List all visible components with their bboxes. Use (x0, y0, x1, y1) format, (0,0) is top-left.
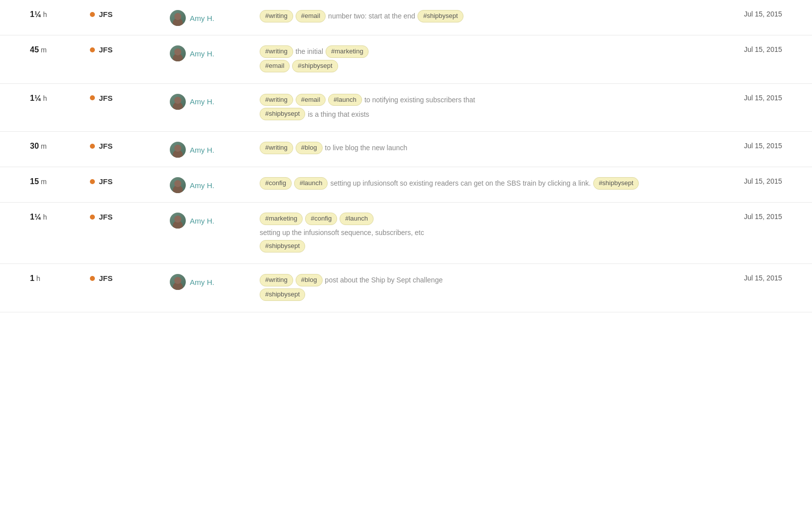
project-dot (90, 12, 95, 17)
duration-unit: h (41, 10, 47, 18)
avatar (170, 142, 186, 158)
project-cell: JFS (90, 9, 170, 18)
tag-marketing[interactable]: #marketing (260, 213, 303, 225)
description-cell: #writing the initial #marketing #email #… (260, 44, 702, 74)
tag-blog[interactable]: #blog (296, 142, 323, 154)
description-line: #writing #email number two: start at the… (260, 10, 702, 22)
date-value: Jul 15, 2015 (744, 45, 782, 53)
table-row: 15 m JFS Amy H. #config #launch setting … (0, 167, 812, 203)
tag-blog[interactable]: #blog (296, 274, 323, 286)
avatar (170, 94, 186, 110)
user-name[interactable]: Amy H. (190, 14, 214, 22)
description-line-3: #shipbysept (260, 240, 702, 252)
description-line: #marketing #config #launch (260, 213, 702, 225)
date-value: Jul 15, 2015 (744, 10, 782, 18)
duration-unit: h (41, 94, 47, 102)
tag-marketing[interactable]: #marketing (326, 45, 369, 58)
tag-shipbysept[interactable]: #shipbysept (260, 288, 305, 301)
project-name[interactable]: JFS (99, 10, 113, 18)
tag-email[interactable]: #email (296, 10, 326, 22)
desc-text: to notifying existing subscribers that (365, 94, 475, 105)
desc-text: setting up infusionsoft so existing read… (330, 178, 590, 189)
tag-shipbysept[interactable]: #shipbysept (593, 177, 639, 190)
project-name[interactable]: JFS (99, 213, 113, 221)
tag-writing[interactable]: #writing (260, 10, 293, 22)
user-name[interactable]: Amy H. (190, 278, 214, 286)
user-name[interactable]: Amy H. (190, 217, 214, 225)
duration-cell: 45 m (30, 44, 90, 54)
tag-writing[interactable]: #writing (260, 45, 293, 58)
date-value: Jul 15, 2015 (744, 213, 782, 221)
date-cell: Jul 15, 2015 (702, 141, 782, 150)
desc-text-2: is a thing that exists (308, 109, 369, 120)
duration-value: 15 (30, 177, 39, 186)
duration-value: 30 (30, 142, 39, 150)
user-name[interactable]: Amy H. (190, 181, 214, 190)
user-cell: Amy H. (170, 141, 260, 158)
date-value: Jul 15, 2015 (744, 274, 782, 282)
avatar (170, 45, 186, 61)
description-line-2: #shipbysept is a thing that exists (260, 108, 702, 120)
description-cell: #writing #blog to live blog the new laun… (260, 141, 702, 156)
project-dot (90, 144, 95, 149)
tag-email[interactable]: #email (296, 94, 326, 106)
project-cell: JFS (90, 93, 170, 102)
tag-config[interactable]: #config (305, 213, 337, 225)
duration-value: 45 (30, 45, 39, 54)
tag-shipbysept[interactable]: #shipbysept (417, 10, 463, 22)
tag-shipbysept[interactable]: #shipbysept (260, 108, 305, 120)
avatar (170, 213, 186, 229)
date-cell: Jul 15, 2015 (702, 93, 782, 102)
table-row: 30 m JFS Amy H. #writing #blog to live b… (0, 132, 812, 167)
project-cell: JFS (90, 273, 170, 282)
date-cell: Jul 15, 2015 (702, 9, 782, 18)
user-name[interactable]: Amy H. (190, 146, 214, 154)
user-name[interactable]: Amy H. (190, 49, 214, 58)
project-name[interactable]: JFS (99, 177, 113, 186)
tag-email[interactable]: #email (260, 60, 290, 72)
time-entries-table: 1¼ h JFS Amy H. #writing #email number t… (0, 0, 812, 505)
project-name[interactable]: JFS (99, 45, 113, 54)
user-cell: Amy H. (170, 273, 260, 290)
project-name[interactable]: JFS (99, 94, 113, 102)
duration-cell: 30 m (30, 141, 90, 151)
desc-text: setting up the infusionsoft sequence, su… (260, 227, 424, 238)
duration-unit: h (34, 274, 40, 282)
description-cell: #marketing #config #launch setting up th… (260, 212, 702, 254)
user-cell: Amy H. (170, 93, 260, 110)
duration-unit: m (39, 142, 47, 150)
project-dot (90, 95, 95, 100)
user-cell: Amy H. (170, 212, 260, 229)
project-cell: JFS (90, 176, 170, 186)
user-cell: Amy H. (170, 176, 260, 193)
user-name[interactable]: Amy H. (190, 97, 214, 106)
tag-launch[interactable]: #launch (294, 177, 328, 190)
project-dot (90, 215, 95, 220)
tag-launch[interactable]: #launch (340, 213, 374, 225)
duration-unit: m (39, 178, 47, 186)
tag-shipbysept[interactable]: #shipbysept (292, 60, 338, 72)
duration-cell: 1 h (30, 273, 90, 283)
description-cell: #writing #email #launch to notifying exi… (260, 93, 702, 123)
tag-config[interactable]: #config (260, 177, 292, 190)
table-row: 45 m JFS Amy H. #writing the initial #ma… (0, 35, 812, 84)
duration-value: 1¼ (30, 94, 41, 102)
tag-shipbysept[interactable]: #shipbysept (260, 240, 305, 252)
tag-writing[interactable]: #writing (260, 94, 293, 106)
project-cell: JFS (90, 212, 170, 221)
project-name[interactable]: JFS (99, 142, 113, 150)
tag-writing[interactable]: #writing (260, 274, 293, 286)
duration-value: 1¼ (30, 10, 41, 18)
description-line-2: #shipbysept (260, 288, 702, 301)
tag-launch[interactable]: #launch (328, 94, 362, 106)
avatar (170, 177, 186, 193)
project-name[interactable]: JFS (99, 274, 113, 282)
date-value: Jul 15, 2015 (744, 177, 782, 185)
duration-value: 1¼ (30, 213, 41, 221)
date-value: Jul 15, 2015 (744, 142, 782, 150)
user-cell: Amy H. (170, 44, 260, 61)
duration-cell: 1¼ h (30, 212, 90, 222)
tag-writing[interactable]: #writing (260, 142, 293, 154)
desc-text: post about the Ship by Sept challenge (325, 274, 443, 285)
description-cell: #config #launch setting up infusionsoft … (260, 176, 702, 192)
